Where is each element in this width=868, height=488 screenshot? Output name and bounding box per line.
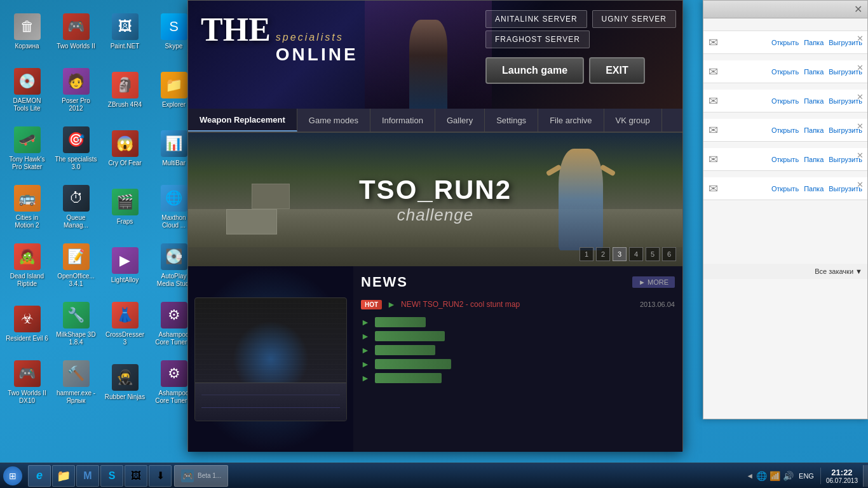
open-link-5[interactable]: Открыть: [771, 156, 799, 163]
open-link-1[interactable]: Открыть: [771, 39, 799, 46]
open-link-3[interactable]: Открыть: [771, 97, 799, 105]
desktop-icon-poser[interactable]: 🧑 Poser Pro 2012: [52, 62, 100, 119]
desktop-icon-queue[interactable]: ⏱ Queue Manag...: [52, 179, 100, 236]
folder-link-4[interactable]: Папка: [804, 126, 824, 134]
download-entry-icon-2: ✉: [709, 65, 718, 79]
download-entry-close-4[interactable]: ✕: [857, 121, 864, 131]
folder-link-5[interactable]: Папка: [804, 156, 824, 163]
tab-information[interactable]: Information: [370, 109, 435, 132]
more-news-button[interactable]: ► MORE: [632, 276, 675, 288]
anitalink-server-button[interactable]: ANITALINK SERVER: [485, 10, 587, 28]
download-manager-close-button[interactable]: ✕: [854, 3, 862, 15]
start-button[interactable]: ⊞: [0, 463, 25, 488]
page-dot-6[interactable]: 6: [662, 247, 676, 261]
download-entry-close-1[interactable]: ✕: [857, 34, 864, 43]
folder-link-1[interactable]: Папка: [804, 39, 824, 46]
tab-weapon-replacement[interactable]: Weapon Replacement: [188, 109, 297, 132]
download-entry-close-3[interactable]: ✕: [857, 92, 864, 102]
system-clock[interactable]: 21:22 06.07.2013: [820, 468, 863, 484]
show-desktop-button[interactable]: [863, 465, 868, 487]
folder-link-2[interactable]: Папка: [804, 68, 824, 76]
icon-label-recycle: Корзина: [15, 43, 39, 50]
desktop-icon-openoffice[interactable]: 📝 OpenOffice... 3.4.1: [52, 237, 100, 294]
taskbar-skype-icon[interactable]: S: [100, 465, 123, 487]
desktop-icon-zbrush[interactable]: 🗿 ZBrush 4R4: [101, 62, 149, 119]
folder-link-6[interactable]: Папка: [804, 185, 824, 193]
icon-img-fraps: 🎬: [112, 189, 139, 215]
desktop-icon-twoworlds2[interactable]: 🎮 Two Worlds II DX10: [3, 354, 51, 411]
desktop-icon-fraps[interactable]: 🎬 Fraps: [101, 179, 149, 236]
tray-expand-button[interactable]: ◄: [746, 471, 754, 480]
taskbar: ⊞ e 📁 M S 🖼 ⬇ 🎮: [0, 463, 868, 488]
tab-vk-group[interactable]: VK group: [604, 109, 662, 132]
app-logo: THE specialists ONLINE: [201, 13, 358, 65]
page-dot-3[interactable]: 3: [613, 247, 627, 261]
icon-img-maxthon: 🌐: [161, 185, 187, 212]
ugniy-server-button[interactable]: UGNIY SERVER: [592, 10, 676, 28]
desktop-icon-twoworlds[interactable]: 🎮 Two Worlds II: [52, 3, 100, 60]
download-entry-close-6[interactable]: ✕: [857, 180, 864, 189]
news-item-text[interactable]: NEW! TSO_RUN2 - cool stunt map: [401, 300, 635, 309]
icon-img-twoworlds2: 🎮: [14, 360, 41, 387]
taskbar-ie-icon[interactable]: e: [28, 465, 51, 487]
tab-game-modes[interactable]: Game modes: [297, 109, 370, 132]
exit-button[interactable]: EXIT: [589, 57, 645, 84]
open-link-6[interactable]: Открыть: [771, 185, 799, 193]
desktop-icon-daemon[interactable]: 💿 DAEMON Tools Lite: [3, 62, 51, 119]
fraghost-server-button[interactable]: FRAGHOST SERVER: [485, 30, 590, 48]
download-entry-actions-3: Открыть Папка Выгрузить: [771, 97, 862, 105]
icon-img-cry: 😱: [112, 130, 139, 157]
app-window: THE specialists ONLINE: [187, 0, 683, 451]
tab-gallery[interactable]: Gallery: [435, 109, 485, 132]
hero-title: TSO_RUN2: [359, 175, 512, 205]
desktop-icon-milkshape[interactable]: 🔧 MilkShape 3D 1.8.4: [52, 295, 100, 353]
taskbar-item-icon: 🎮: [181, 470, 194, 482]
desktop-icon-deadisland[interactable]: 🧟 Dead Island Riptide: [3, 237, 51, 294]
hero-subtitle: challenge: [359, 205, 512, 225]
launch-game-button[interactable]: Launch game: [485, 57, 584, 84]
tray-lang-indicator: ENG: [796, 472, 817, 480]
desktop-icon-crossdresser[interactable]: 👗 CrossDresser 3: [101, 295, 149, 353]
download-entry-close-2[interactable]: ✕: [857, 63, 864, 72]
taskbar-maxthon-icon[interactable]: M: [76, 465, 99, 487]
tab-settings[interactable]: Settings: [485, 109, 538, 132]
icon-label-twoworlds2: Two Worlds II DX10: [6, 390, 48, 405]
desktop-icon-specialists[interactable]: 🎯 The specialists 3.0: [52, 120, 100, 177]
desktop-icon-rubber[interactable]: 🥷 Rubber Ninjas: [101, 354, 149, 411]
icon-img-zbrush: 🗿: [112, 72, 139, 98]
news-bar-4: ►: [361, 359, 675, 369]
icon-img-paintnet: 🖼: [112, 13, 139, 40]
taskbar-media-icon[interactable]: 🖼: [125, 465, 147, 487]
download-entry-close-5[interactable]: ✕: [857, 151, 864, 160]
nav-tabs: Weapon Replacement Game modes Informatio…: [188, 109, 682, 133]
tab-file-archive[interactable]: File archive: [538, 109, 604, 132]
desktop-icon-cities[interactable]: 🚌 Cities in Motion 2: [3, 179, 51, 236]
download-entry-icon-4: ✉: [709, 123, 718, 137]
icon-img-deadisland: 🧟: [14, 243, 41, 270]
taskbar-download-icon[interactable]: ⬇: [149, 465, 172, 487]
icon-label-explorer: Explorer: [162, 101, 186, 109]
desktop-icon-residentevil[interactable]: ☣ Resident Evil 6: [3, 295, 51, 353]
page-dot-4[interactable]: 4: [629, 247, 643, 261]
taskbar-folder-icon[interactable]: 📁: [52, 465, 75, 487]
download-entry-actions-1: Открыть Папка Выгрузить: [771, 39, 862, 46]
desktop-icon-hammer[interactable]: 🔨 hammer.exe - Ярлык: [52, 354, 100, 411]
page-dot-1[interactable]: 1: [580, 247, 593, 261]
desktop: 🗑 Корзина 🎮 Two Worlds II 🖼 Paint.NET S …: [0, 0, 868, 488]
open-link-4[interactable]: Открыть: [771, 126, 799, 134]
open-link-2[interactable]: Открыть: [771, 68, 799, 76]
page-dot-2[interactable]: 2: [596, 247, 610, 261]
desktop-icon-lightalloy[interactable]: ▶ LightAlloy: [101, 237, 149, 294]
desktop-icons-grid: 🗑 Корзина 🎮 Two Worlds II 🖼 Paint.NET S …: [0, 0, 184, 464]
icon-label-cities: Cities in Motion 2: [6, 214, 48, 229]
desktop-icon-recycle[interactable]: 🗑 Корзина: [3, 3, 51, 60]
taskbar-active-item[interactable]: 🎮 Beta 1...: [174, 465, 228, 487]
download-entry-actions-2: Открыть Папка Выгрузить: [771, 68, 862, 76]
taskbar-item-label: Beta 1...: [198, 472, 221, 479]
desktop-icon-cry[interactable]: 😱 Cry Of Fear: [101, 120, 149, 177]
page-dot-5[interactable]: 5: [646, 247, 660, 261]
desktop-icon-tony[interactable]: 🛹 Tony Hawk's Pro Skater: [3, 120, 51, 177]
news-bar-5: ►: [361, 373, 675, 383]
folder-link-3[interactable]: Папка: [804, 97, 824, 105]
desktop-icon-paintnet[interactable]: 🖼 Paint.NET: [101, 3, 149, 60]
